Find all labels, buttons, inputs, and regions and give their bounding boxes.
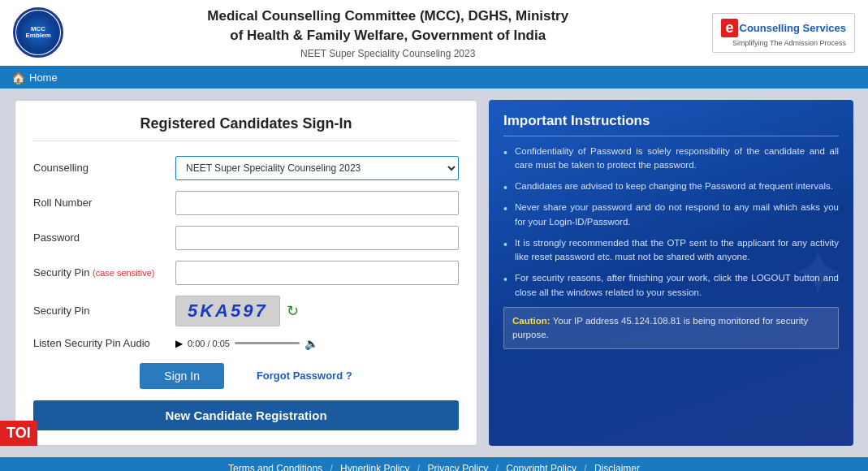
password-row: Password — [33, 226, 459, 250]
counselling-row: Counselling NEET Super Speciality Counse… — [33, 156, 459, 180]
mcc-logo: MCCEmblem — [13, 7, 63, 58]
captcha-label: Security Pin — [33, 305, 175, 317]
counselling-select[interactable]: NEET Super Speciality Counseling 2023 — [175, 156, 459, 180]
register-button[interactable]: New Candidate Registration — [33, 400, 459, 430]
footer-disclaimer-link[interactable]: Disclaimer — [594, 463, 640, 471]
speaker-icon[interactable]: 🔈 — [304, 337, 318, 350]
main-content: TOI Registered Candidates Sign-In Counse… — [0, 89, 868, 457]
audio-progress-bar — [235, 342, 300, 344]
ecounselling-tagline: Simplifying The Admission Process — [721, 39, 846, 47]
form-panel: Registered Candidates Sign-In Counsellin… — [15, 100, 477, 446]
ecounselling-logo: e Counselling Services Simplifying The A… — [712, 13, 855, 53]
footer-copyright-link[interactable]: Copyright Policy — [506, 463, 577, 471]
signin-button[interactable]: Sign In — [140, 363, 224, 389]
nav-bar: 🏠 Home — [0, 67, 868, 89]
footer-terms-link[interactable]: Terms and Conditions — [228, 463, 322, 471]
caution-label: Caution: — [512, 316, 551, 326]
instruction-item-2: • Candidates are advised to keep changin… — [503, 179, 839, 193]
security-pin-input[interactable] — [175, 261, 459, 285]
instructions-list: • Confidentiality of Password is solely … — [503, 145, 839, 300]
instruction-item-3: • Never share your password and do not r… — [503, 201, 839, 229]
home-nav-link[interactable]: Home — [29, 71, 58, 84]
footer: Terms and Conditions / Hyperlink Policy … — [0, 457, 868, 471]
captcha-row: Security Pin 5KA597 ↻ — [33, 296, 459, 326]
info-title: Important Instructions — [503, 113, 839, 136]
roll-number-input[interactable] — [175, 191, 459, 215]
footer-privacy-link[interactable]: Privacy Policy — [428, 463, 489, 471]
play-audio-button[interactable]: ▶ — [175, 338, 183, 349]
header-subtitle: NEET Super Speciality Counseling 2023 — [71, 48, 704, 59]
instruction-item-4: • It is strongly recommended that the OT… — [503, 236, 839, 265]
counselling-label: Counselling — [33, 162, 175, 174]
form-title: Registered Candidates Sign-In — [33, 115, 459, 141]
password-label: Password — [33, 231, 175, 244]
header-center: Medical Counselling Committee (MCC), DGH… — [71, 6, 704, 59]
roll-number-label: Roll Number — [33, 197, 175, 209]
audio-row: Listen Security Pin Audio ▶ 0:00 / 0:05 … — [33, 337, 459, 350]
security-pin-input-row: Security Pin (case sensitive) — [33, 261, 459, 285]
header: MCCEmblem Medical Counselling Committee … — [0, 0, 868, 67]
header-title: Medical Counselling Committee (MCC), DGH… — [71, 6, 704, 45]
audio-label: Listen Security Pin Audio — [33, 337, 175, 349]
instruction-item-5: • For security reasons, after finishing … — [503, 271, 839, 300]
toi-badge: TOI — [0, 421, 37, 446]
caution-box: Caution: Your IP address 45.124.108.81 i… — [503, 307, 839, 350]
refresh-captcha-button[interactable]: ↻ — [287, 302, 299, 320]
roll-number-row: Roll Number — [33, 191, 459, 215]
caution-text: Your IP address 45.124.108.81 is being m… — [512, 316, 808, 339]
footer-hyperlink-link[interactable]: Hyperlink Policy — [340, 463, 409, 471]
instruction-item-1: • Confidentiality of Password is solely … — [503, 145, 839, 173]
password-input[interactable] — [175, 226, 459, 250]
action-buttons-row: Sign In Forgot Password ? — [33, 363, 459, 389]
info-panel: Important Instructions • Confidentiality… — [489, 100, 853, 446]
captcha-image: 5KA597 — [175, 296, 280, 326]
case-sensitive-note: (case sensitive) — [93, 268, 154, 278]
audio-time: 0:00 / 0:05 — [188, 339, 230, 348]
home-icon: 🏠 — [11, 71, 25, 84]
forgot-password-link[interactable]: Forgot Password ? — [257, 369, 352, 382]
ecounselling-service-text: Counselling Services — [740, 22, 847, 34]
security-pin-label: Security Pin (case sensitive) — [33, 266, 175, 279]
e-red-badge: e — [721, 19, 737, 37]
